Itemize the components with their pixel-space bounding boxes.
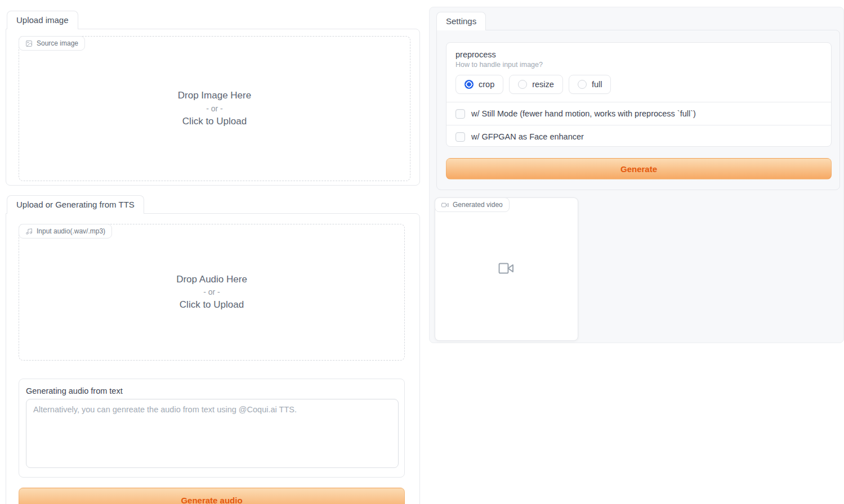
audio-drop-instructions: Drop Audio Here - or - Click to Upload: [19, 272, 404, 312]
radio-full-label: full: [592, 80, 602, 89]
left-column: Upload image Source image Drop Image Her…: [6, 11, 420, 504]
still-mode-label: w/ Still Mode (fewer hand motion, works …: [471, 109, 696, 118]
settings-panel: preprocess How to handle input image? cr…: [436, 30, 840, 190]
radio-resize-label: resize: [532, 80, 554, 89]
source-image-tag-label: Source image: [37, 39, 78, 47]
tts-panel: Input audio(.wav/.mp3) Drop Audio Here -…: [6, 213, 420, 504]
checkbox-icon[interactable]: [456, 132, 465, 142]
or-text: - or -: [19, 286, 404, 298]
input-audio-dropzone[interactable]: Input audio(.wav/.mp3) Drop Audio Here -…: [19, 224, 405, 361]
right-column: Settings preprocess How to handle input …: [429, 7, 844, 343]
preprocess-options: crop resize full: [456, 75, 822, 94]
radio-crop[interactable]: crop: [456, 75, 503, 94]
video-placeholder-icon: [498, 262, 515, 277]
gfpgan-label: w/ GFPGAN as Face enhancer: [471, 132, 584, 141]
generate-button[interactable]: Generate: [446, 158, 832, 179]
generated-video-box: Generated video: [435, 197, 578, 341]
still-mode-checkbox-row[interactable]: w/ Still Mode (fewer hand motion, works …: [446, 102, 831, 125]
upload-image-panel: Source image Drop Image Here - or - Clic…: [6, 29, 420, 186]
generate-audio-button[interactable]: Generate audio: [19, 488, 405, 504]
or-text: - or -: [19, 103, 410, 115]
click-to-upload-text[interactable]: Click to Upload: [19, 115, 410, 129]
music-note-icon: [25, 228, 33, 235]
drop-audio-here-text: Drop Audio Here: [19, 272, 404, 286]
image-drop-instructions: Drop Image Here - or - Click to Upload: [19, 89, 410, 128]
tab-upload-or-tts[interactable]: Upload or Generating from TTS: [7, 195, 144, 214]
gfpgan-checkbox-row[interactable]: w/ GFPGAN as Face enhancer: [446, 125, 831, 148]
input-audio-tag: Input audio(.wav/.mp3): [19, 224, 112, 238]
preprocess-label: preprocess: [456, 50, 822, 59]
preprocess-head: preprocess How to handle input image? cr…: [446, 43, 831, 102]
radio-icon: [578, 80, 587, 89]
generated-video-tag: Generated video: [435, 197, 510, 212]
radio-icon: [518, 80, 527, 89]
settings-tabs: Settings preprocess How to handle input …: [436, 12, 840, 190]
drop-image-here-text: Drop Image Here: [19, 89, 410, 103]
tts-text-input[interactable]: [26, 399, 399, 468]
radio-full[interactable]: full: [569, 75, 611, 94]
source-image-tag: Source image: [19, 36, 85, 51]
input-audio-tag-label: Input audio(.wav/.mp3): [37, 227, 105, 235]
preprocess-info: How to handle input image?: [456, 61, 822, 69]
checkbox-icon[interactable]: [456, 109, 465, 119]
tts-text-label: Generating audio from text: [19, 379, 404, 395]
source-image-dropzone[interactable]: Source image Drop Image Here - or - Clic…: [19, 36, 410, 181]
video-camera-icon: [441, 201, 449, 209]
radio-resize[interactable]: resize: [509, 75, 563, 94]
tts-text-group: Generating audio from text: [19, 379, 405, 478]
generated-video-tag-label: Generated video: [453, 201, 503, 209]
radio-icon: [465, 80, 474, 89]
preprocess-group: preprocess How to handle input image? cr…: [446, 42, 832, 147]
tab-upload-image[interactable]: Upload image: [7, 11, 78, 29]
tab-settings[interactable]: Settings: [436, 12, 486, 30]
upload-image-tabs: Upload image Source image Drop Image Her…: [6, 11, 420, 186]
click-to-upload-text[interactable]: Click to Upload: [19, 298, 404, 312]
tts-tabs: Upload or Generating from TTS Input audi…: [6, 195, 420, 504]
radio-crop-label: crop: [479, 80, 494, 89]
image-icon: [25, 40, 33, 47]
